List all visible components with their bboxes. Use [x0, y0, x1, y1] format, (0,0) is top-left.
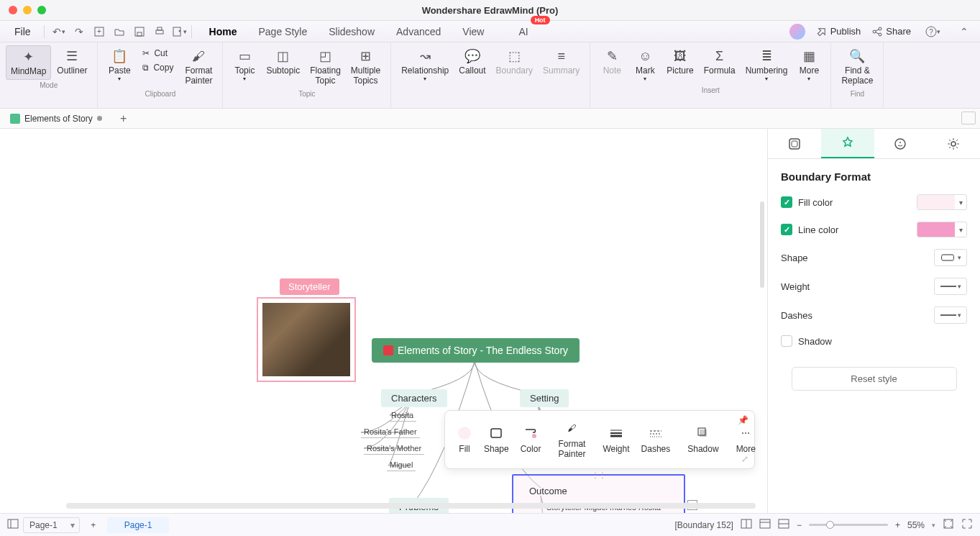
zoom-value[interactable]: 55% [907, 520, 925, 530]
svg-rect-26 [792, 141, 797, 147]
tab-page-style[interactable]: Page Style [257, 23, 308, 40]
tab-view[interactable]: View [461, 23, 485, 40]
print-button[interactable] [150, 24, 170, 40]
find-group-label: Find [851, 90, 864, 98]
boundary-handle-top[interactable]: ⋮⋮ [592, 471, 606, 479]
rp-tab-settings[interactable] [927, 129, 980, 158]
sidebar-toggle-button[interactable] [7, 519, 19, 531]
outline-view-button[interactable] [759, 519, 771, 531]
new-document-button[interactable]: + [115, 110, 132, 127]
tab-advanced[interactable]: Advanced [395, 23, 442, 40]
mindmap-mode-button[interactable]: ✦MindMap [6, 45, 51, 80]
root-topic[interactable]: Elements of Story - The Endless Story [372, 338, 580, 363]
fill-color-picker[interactable]: ▾ [917, 194, 967, 210]
document-tab-bar: Elements of Story + [0, 109, 980, 129]
rp-tab-marks[interactable] [874, 129, 928, 158]
ft-pin-button[interactable]: 📌 [738, 415, 748, 425]
line-color-picker[interactable]: ▾ [917, 222, 967, 237]
shadow-checkbox[interactable] [781, 335, 792, 347]
save-button[interactable] [129, 24, 150, 40]
paste-button[interactable]: 📋Paste▾ [104, 45, 135, 88]
callout-button[interactable]: 💬Callout [454, 45, 490, 85]
find-replace-button[interactable]: 🔍Find & Replace [837, 45, 877, 88]
svg-point-28 [899, 142, 901, 143]
leaf-rosita[interactable]: Rosita [388, 409, 416, 422]
collapse-ribbon-button[interactable]: ⌃ [954, 24, 974, 40]
line-color-checkbox[interactable]: ✓ [781, 224, 792, 235]
shape-dropdown[interactable]: ▾ [934, 249, 967, 266]
leaf-rosita-mother[interactable]: Rosita's Mother [364, 442, 424, 455]
dashes-dropdown[interactable]: ▾ [934, 306, 967, 324]
cut-button[interactable]: ✂Cut [139, 47, 176, 60]
open-button[interactable] [109, 24, 129, 40]
undo-button[interactable]: ↶▾ [49, 24, 69, 40]
rp-tab-layout[interactable] [768, 129, 821, 158]
svg-point-16 [532, 434, 536, 438]
ft-shape-button[interactable]: Shape [478, 422, 515, 457]
tab-ai[interactable]: AIHot [518, 23, 528, 40]
tab-home[interactable]: Home [208, 23, 239, 40]
page-tab[interactable]: Page-1 [107, 517, 170, 533]
topic-button[interactable]: ▭Topic▾ [229, 45, 260, 88]
help-button[interactable]: ?▾ [922, 24, 943, 40]
weight-dropdown[interactable]: ▾ [934, 278, 967, 295]
storyteller-image-node[interactable] [257, 297, 356, 382]
ft-more-button[interactable]: ⋯More [731, 422, 761, 457]
ft-dashes-button[interactable]: Dashes [636, 422, 677, 457]
file-menu[interactable]: File [6, 23, 40, 40]
copy-button[interactable]: ⧉Copy [139, 61, 176, 74]
ft-weight-button[interactable]: Weight [597, 422, 635, 457]
reset-style-button[interactable]: Reset style [792, 367, 957, 391]
document-tab[interactable]: Elements of Story [3, 112, 109, 126]
share-button[interactable]: Share [872, 26, 911, 37]
leaf-miguel[interactable]: Miguel [387, 459, 416, 471]
more-insert-button[interactable]: ▦More▾ [793, 45, 825, 85]
multiple-topics-button[interactable]: ⊞Multiple Topics [347, 45, 385, 88]
numbering-button[interactable]: ≣Numbering▾ [741, 45, 792, 85]
add-page-button[interactable]: + [84, 520, 103, 530]
user-avatar[interactable] [789, 24, 805, 40]
close-window-button[interactable] [9, 6, 17, 14]
mark-button[interactable]: ☺Mark▾ [629, 45, 661, 85]
formula-button[interactable]: ΣFormula [700, 45, 740, 85]
zoom-slider[interactable] [809, 524, 888, 526]
picture-button[interactable]: 🖼Picture [662, 45, 697, 85]
svg-rect-36 [760, 519, 770, 528]
minimize-window-button[interactable] [23, 6, 32, 14]
tab-slideshow[interactable]: Slideshow [327, 23, 376, 40]
page-selector-dropdown[interactable]: Page-1 [23, 517, 80, 533]
maximize-window-button[interactable] [37, 6, 46, 14]
publish-button[interactable]: Publish [817, 26, 861, 37]
storyteller-label[interactable]: Storyteller [280, 278, 339, 295]
redo-button[interactable]: ↷ [69, 24, 89, 40]
fit-view-button[interactable] [943, 518, 954, 532]
subtopic-button[interactable]: ◫Subtopic [262, 45, 304, 88]
outliner-mode-button[interactable]: ☰Outliner [52, 45, 91, 80]
export-button[interactable]: ▾ [170, 24, 190, 40]
fullscreen-button[interactable] [961, 518, 973, 532]
insert-group-label: Insert [702, 86, 720, 94]
ft-color-button[interactable]: Color [515, 422, 547, 457]
format-painter-button[interactable]: 🖌Format Painter [180, 45, 216, 88]
panel-toggle-button[interactable] [961, 112, 976, 124]
floating-topic-button[interactable]: ◰Floating Topic [306, 45, 345, 88]
layout-view-button[interactable] [741, 519, 752, 531]
fill-color-checkbox[interactable]: ✓ [781, 196, 792, 208]
ft-shadow-button[interactable]: Shadow [682, 422, 724, 457]
ft-expand-button[interactable]: ⤢ [741, 454, 748, 464]
outcome-node[interactable]: Outcome [519, 482, 577, 500]
split-view-button[interactable] [778, 519, 789, 531]
vertical-scrollbar[interactable] [760, 201, 764, 288]
setting-node[interactable]: Setting [520, 389, 569, 407]
zoom-out-button[interactable]: − [797, 520, 802, 530]
leaf-rosita-father[interactable]: Rosita's Father [361, 426, 420, 438]
ft-format-painter-button[interactable]: 🖌Format Painter [552, 417, 591, 462]
ft-fill-button[interactable]: Fill [451, 422, 478, 457]
horizontal-scrollbar[interactable] [66, 503, 756, 509]
zoom-in-button[interactable]: + [895, 520, 900, 530]
rp-tab-format[interactable] [821, 129, 874, 158]
relationship-button[interactable]: ↝Relationship▾ [397, 45, 453, 85]
characters-node[interactable]: Characters [381, 389, 447, 407]
new-button[interactable]: + [89, 24, 109, 40]
line-color-label: Line color [798, 224, 838, 235]
